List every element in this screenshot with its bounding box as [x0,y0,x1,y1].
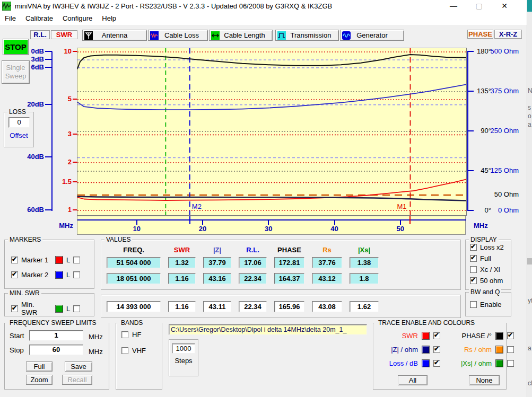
min-swr-l-checkbox[interactable] [73,305,80,312]
values-header-FREQ: FREQ. [107,246,161,254]
min-swr-color-swatch[interactable] [55,305,63,313]
trace-checkbox-rsohm[interactable] [507,346,514,353]
trace-checkbox-lossdb[interactable] [433,360,440,367]
trace-checkbox-swr[interactable] [433,332,440,339]
markers-group: MARKERS Marker 1 L Marker 2 L [4,240,94,289]
marker2-l-checkbox[interactable] [73,271,80,278]
db-axis-label-20dB: 20dB [21,100,44,108]
save-button[interactable]: Save [65,361,92,372]
menu-item-help[interactable]: Help [97,12,121,24]
marker2-l-label: L [66,271,70,279]
background-window-text-fragment: a [528,345,531,352]
trace-label-swr: SWR [377,332,418,340]
file-path-input[interactable]: C:\Users\Gregor\Desktop\Dipol i delta 14… [169,324,367,335]
trace-loss [77,84,466,110]
display-checkbox-full[interactable] [470,255,477,262]
start-unit-label: MHz [89,333,103,341]
background-window-text-fragment: a [528,121,531,128]
recall-button[interactable]: Recall [62,375,92,385]
values-header-Rs: Rs [312,246,342,254]
menu-item-configure[interactable]: Configure [58,12,97,24]
bw-q-enable-checkbox[interactable] [470,301,477,308]
min-swr-values-cell-5: 43.08 [312,301,342,312]
min-swr-checkbox[interactable] [11,305,18,312]
swr-axis-tick [73,51,77,52]
marker2-color-swatch[interactable] [55,271,63,279]
swr-axis-label-3: 3 [54,130,72,138]
min-swr-label: Min. SWR [21,301,52,316]
db-axis-label-40dB: 40dB [21,153,44,161]
transmission-label: Transmission [291,31,332,39]
min-swr-values-cell-2: 43.11 [203,301,231,312]
trace-label-phase: PHASE /° [445,332,492,340]
cable-length-button[interactable]: Cable Length [209,30,273,41]
swr-button[interactable]: SWR [51,30,77,39]
ohm-axis-label-50-Ohm: 50 Ohm [477,190,519,198]
menu-item-file[interactable]: File [0,12,21,24]
rl-button[interactable]: R.L. [30,30,50,39]
stop-frequency-input[interactable]: 60 [29,345,83,355]
maximize-button[interactable]: ▢ [470,0,488,12]
cable-loss-button[interactable]: Cable Loss [148,30,208,41]
trace-checkbox-xsohm[interactable] [507,360,514,367]
trace-none-button[interactable]: None [469,375,500,385]
window-title: miniVNA by IW3HEV & IW3IJZ - 2 Port - RS… [15,2,332,10]
values-group-label: VALUES [104,236,132,243]
marker1-l-checkbox[interactable] [73,257,80,263]
menu-item-calibrate[interactable]: Calibrate [21,12,58,24]
freq-tick-50 [400,219,401,225]
vhf-label: VHF [132,347,146,355]
trace-all-button[interactable]: All [398,375,428,385]
values-group: VALUES FREQ.SWR|Z|R.L.PHASERs|Xs| 51 504… [101,240,461,290]
trace-swatch-phase[interactable] [495,332,503,340]
db-axis-line [51,51,53,211]
trace-swatch-lossdb[interactable] [422,359,430,367]
trace-swatch-xsohm[interactable] [495,359,503,367]
min-swr-values-group: 14 393 0001.1643.1122.34165.9643.081.62 [101,295,461,318]
display-checkbox-xc---xl[interactable] [470,266,477,273]
marker1-values-cell-3: 17.06 [239,257,267,268]
loss-offset-input[interactable]: 0 [8,117,30,128]
sweep-limits-group-label: FREQUENCY SWEEP LIMITS [8,319,98,327]
steps-input[interactable]: 1000 [172,343,195,354]
antenna-icon [84,31,93,40]
phase-view-button[interactable]: PHASE [467,30,493,39]
transmission-button[interactable]: Transmission [275,30,339,41]
trace-checkbox-zohm[interactable] [433,346,440,353]
cable-length-label: Cable Length [224,31,265,39]
trace-swatch-swr[interactable] [422,332,430,340]
display-option-row: Xc / Xl [470,266,511,274]
trace-swatch-rsohm[interactable] [495,346,503,354]
db-axis-tick [45,67,52,68]
vhf-checkbox[interactable] [121,347,128,354]
display-group: DISPLAY Loss x2FullXc / Xl50 ohm [465,240,511,290]
xrz-view-label: X-R-Z [499,30,518,38]
background-window-icon-fragment [527,0,532,12]
chart-plot-area[interactable]: M2M1 [77,48,467,216]
swr-axis-label-5: 5 [54,95,72,103]
trace-checkbox-phase[interactable] [507,332,514,339]
marker1-checkbox[interactable] [11,257,18,263]
hf-checkbox[interactable] [121,331,128,338]
trace-swatch-zohm[interactable] [422,346,430,354]
swr-axis-label-1: 1 [54,206,72,214]
antenna-button[interactable]: Antenna [82,30,147,41]
cable-loss-label: Cable Loss [164,31,199,39]
marker1-color-swatch[interactable] [55,256,63,264]
marker1-values-cell-4: 172.81 [274,257,304,268]
display-checkbox-50-ohm[interactable] [470,277,477,284]
close-button[interactable]: ✕ [495,0,513,12]
swr-label: SWR [56,31,72,39]
full-button[interactable]: Full [26,361,53,372]
zoom-button[interactable]: Zoom [26,375,53,385]
minimize-button[interactable]: — [444,0,463,12]
display-checkbox-loss-x2[interactable] [470,244,477,251]
marker2-checkbox[interactable] [11,271,18,278]
xrz-view-button[interactable]: X-R-Z [494,30,522,39]
min-swr-group: MIN. SWR Min. SWR L [4,293,94,316]
start-frequency-input[interactable]: 1 [29,330,83,341]
generator-button[interactable]: Generator [340,30,404,41]
bw-q-enable-label: Enable [480,301,501,308]
trace-none-label: None [476,376,492,384]
db-axis-label-3dB: 3dB [21,55,44,63]
